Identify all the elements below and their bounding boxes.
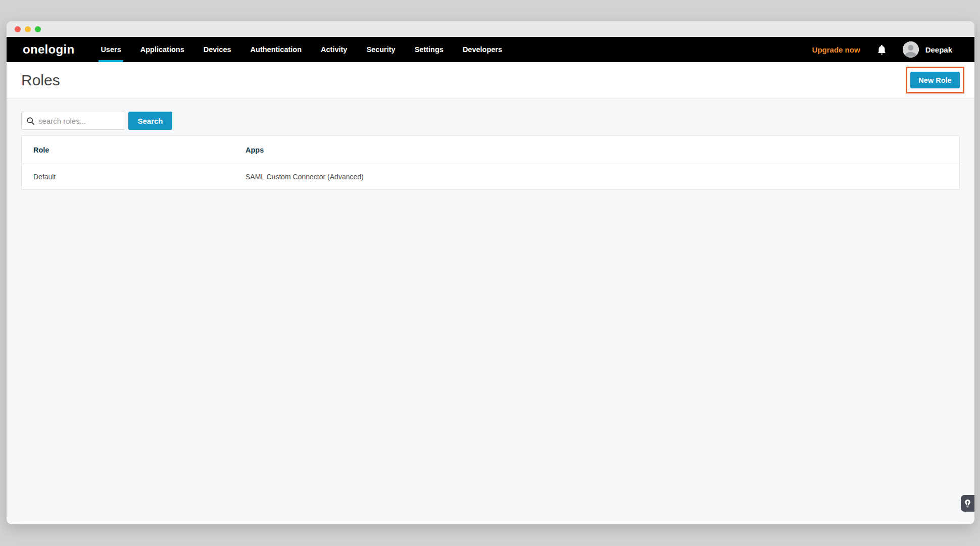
notifications-bell-icon[interactable] xyxy=(877,45,886,55)
primary-nav: Users Applications Devices Authenticatio… xyxy=(101,37,502,62)
top-navbar: onelogin Users Applications Devices Auth… xyxy=(7,37,974,62)
nav-item-devices[interactable]: Devices xyxy=(204,37,231,62)
page-header: Roles New Role xyxy=(7,62,974,98)
lightbulb-icon xyxy=(965,500,970,508)
column-header-role: Role xyxy=(22,146,246,154)
roles-table: Role Apps Default SAML Custom Connector … xyxy=(21,135,960,190)
help-lightbulb-tab[interactable] xyxy=(961,495,974,512)
role-apps-cell: SAML Custom Connector (Advanced) xyxy=(246,173,959,181)
desktop: { "titlebar": { "controls": ["close", "m… xyxy=(0,0,980,546)
main-content: Search Role Apps Default SAML Custom Con… xyxy=(7,98,974,524)
nav-item-applications[interactable]: Applications xyxy=(140,37,184,62)
user-name[interactable]: Deepak xyxy=(925,45,952,54)
nav-item-settings[interactable]: Settings xyxy=(415,37,444,62)
window-titlebar xyxy=(7,21,974,37)
search-box xyxy=(21,112,125,130)
browser-window: onelogin Users Applications Devices Auth… xyxy=(7,21,974,524)
upgrade-now-link[interactable]: Upgrade now xyxy=(812,45,860,54)
page-title: Roles xyxy=(21,72,60,89)
nav-item-authentication[interactable]: Authentication xyxy=(251,37,302,62)
user-avatar[interactable] xyxy=(903,41,919,58)
role-name-cell: Default xyxy=(22,173,246,181)
search-roles-input[interactable] xyxy=(38,117,120,125)
nav-item-developers[interactable]: Developers xyxy=(463,37,502,62)
minimize-window-icon[interactable] xyxy=(25,26,31,32)
search-button[interactable]: Search xyxy=(128,112,172,130)
search-icon xyxy=(27,117,34,125)
annotation-highlight-box: New Role xyxy=(906,67,964,93)
close-window-icon[interactable] xyxy=(15,26,21,32)
new-role-button[interactable]: New Role xyxy=(910,72,960,88)
nav-item-activity[interactable]: Activity xyxy=(321,37,347,62)
table-header-row: Role Apps xyxy=(22,136,959,164)
search-row: Search xyxy=(21,112,960,130)
navbar-right-group: Upgrade now Deepak xyxy=(812,37,952,62)
nav-item-users[interactable]: Users xyxy=(101,37,121,62)
nav-item-security[interactable]: Security xyxy=(366,37,395,62)
onelogin-logo[interactable]: onelogin xyxy=(23,42,74,57)
maximize-window-icon[interactable] xyxy=(35,26,41,32)
column-header-apps: Apps xyxy=(246,146,959,154)
table-row[interactable]: Default SAML Custom Connector (Advanced) xyxy=(22,164,959,189)
